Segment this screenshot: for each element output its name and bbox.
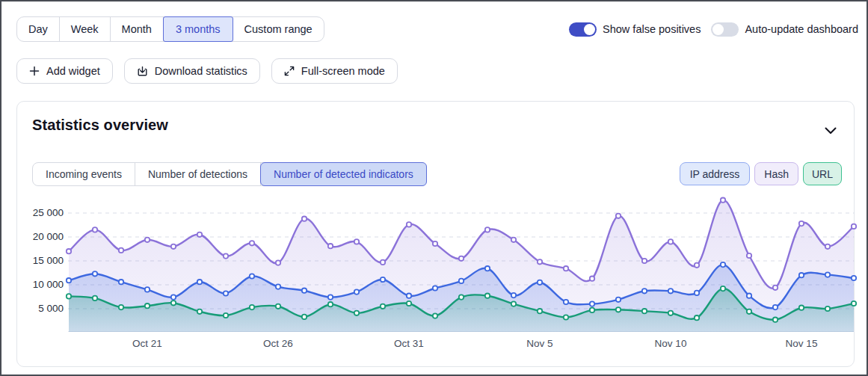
header-toggles: Show false positives Auto-update dashboa… [569,16,858,42]
dashboard-screen: Day Week Month 3 months Custom range Sho… [0,0,868,376]
time-range-3-months[interactable]: 3 months [163,16,233,42]
time-range-month[interactable]: Month [111,17,164,41]
y-axis-tick-label: 20 000 [17,231,64,242]
chip-url[interactable]: URL [803,162,842,185]
show-false-positives-toggle[interactable] [569,22,597,37]
fullscreen-label: Full-screen mode [301,65,385,77]
toggle-knob [712,24,724,35]
y-axis-tick-label: 10 000 [17,279,64,290]
x-axis-tick-label: Oct 26 [248,338,308,349]
tab-incoming-events[interactable]: Incoming events [33,163,135,185]
auto-update-toggle-group: Auto-update dashboard [711,22,858,37]
fullscreen-button[interactable]: Full-screen mode [271,58,398,84]
indicator-type-chips: IP address Hash URL [680,162,842,185]
x-axis-tick-label: Oct 31 [379,338,439,349]
collapse-card-button[interactable] [824,126,837,135]
time-range-day[interactable]: Day [17,17,60,41]
fullscreen-icon [284,66,295,76]
metric-tabs: Incoming events Number of detections Num… [32,162,427,186]
time-range-custom[interactable]: Custom range [233,17,324,41]
toggle-knob [584,24,595,35]
download-icon [137,66,148,77]
action-buttons: Add widget Download statistics Full-scre… [16,58,398,84]
chip-hash[interactable]: Hash [754,162,798,185]
auto-update-toggle[interactable] [711,22,739,37]
chip-ip-address[interactable]: IP address [680,162,751,185]
y-axis-tick-label: 5 000 [17,303,64,314]
false-positives-toggle-group: Show false positives [569,22,701,37]
x-axis-tick-label: Nov 15 [772,338,831,349]
line-chart [68,195,855,333]
time-range-week[interactable]: Week [60,17,111,41]
show-false-positives-label: Show false positives [603,23,701,35]
time-range-segmented-control: Day Week Month 3 months Custom range [16,16,324,42]
download-statistics-label: Download statistics [155,65,247,77]
x-axis-tick-label: Nov 5 [510,338,570,349]
card-title: Statistics overview [32,117,168,134]
download-statistics-button[interactable]: Download statistics [124,58,260,84]
x-axis-tick-label: Oct 21 [117,338,177,349]
tab-number-of-detected-indicators[interactable]: Number of detected indicators [260,162,427,186]
add-widget-label: Add widget [46,65,100,77]
tab-number-of-detections[interactable]: Number of detections [135,163,261,185]
add-widget-button[interactable]: Add widget [16,58,113,84]
auto-update-label: Auto-update dashboard [745,23,858,35]
x-axis-tick-label: Nov 10 [641,338,701,349]
y-axis-tick-label: 25 000 [17,207,64,218]
statistics-overview-card: Statistics overview Incoming events Numb… [16,101,855,367]
plus-icon [29,66,40,76]
y-axis-tick-label: 15 000 [17,255,64,266]
chevron-down-icon [825,126,837,137]
